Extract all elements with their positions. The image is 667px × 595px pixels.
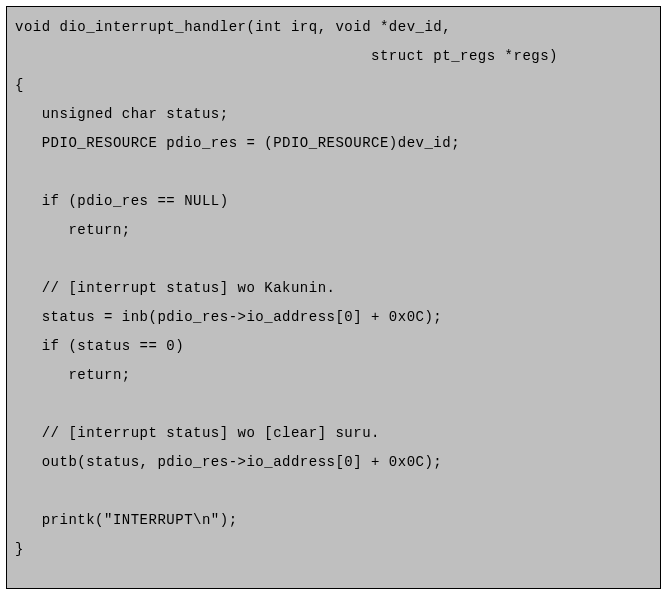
code-line: } [15, 541, 24, 557]
code-line: outb(status, pdio_res->io_address[0] + 0… [15, 454, 442, 470]
code-line: if (status == 0) [15, 338, 184, 354]
code-line: printk("INTERRUPT\n"); [15, 512, 238, 528]
code-line: { [15, 77, 24, 93]
code-line: return; [15, 222, 131, 238]
code-block: void dio_interrupt_handler(int irq, void… [6, 6, 661, 589]
code-line: void dio_interrupt_handler(int irq, void… [15, 19, 451, 35]
code-line: // [interrupt status] wo Kakunin. [15, 280, 335, 296]
code-line: // [interrupt status] wo [clear] suru. [15, 425, 380, 441]
code-line: return; [15, 367, 131, 383]
code-line: status = inb(pdio_res->io_address[0] + 0… [15, 309, 442, 325]
code-line: unsigned char status; [15, 106, 229, 122]
code-line: if (pdio_res == NULL) [15, 193, 229, 209]
code-line: struct pt_regs *regs) [15, 48, 558, 64]
code-line: PDIO_RESOURCE pdio_res = (PDIO_RESOURCE)… [15, 135, 460, 151]
